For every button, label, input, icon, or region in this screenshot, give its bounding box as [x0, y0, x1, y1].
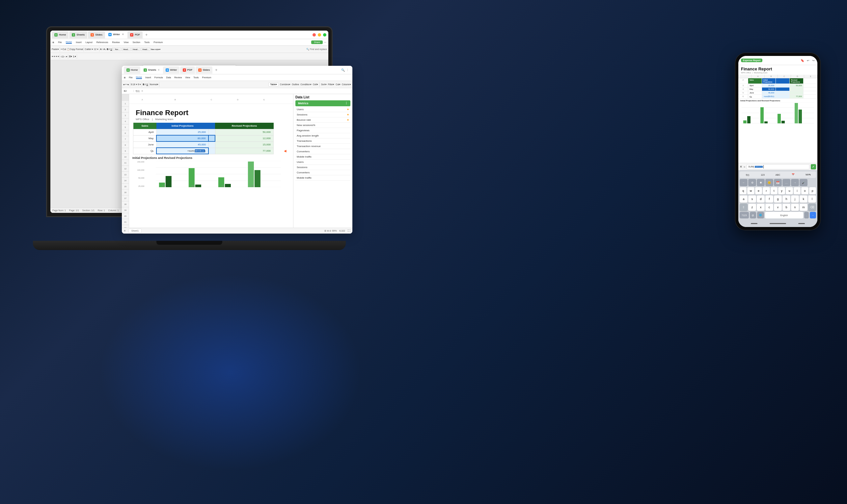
cell-reference[interactable]: B2 — [124, 90, 134, 92]
condition-button[interactable]: Condition▾ — [300, 83, 312, 86]
italic-button[interactable]: I — [109, 48, 110, 50]
sheets-menu-tools[interactable]: Tools — [193, 76, 198, 79]
cell-june-initial[interactable]: 45,000 — [156, 142, 208, 148]
s-bold[interactable]: B — [143, 83, 144, 86]
cell-q2-formula[interactable]: =sum(B9:B11) — [156, 148, 208, 154]
kb-shift[interactable]: ⇧ — [740, 204, 747, 211]
filter-button[interactable]: Filter▾ — [328, 83, 334, 86]
sheets-close[interactable]: ✕ — [158, 69, 160, 71]
menu-file[interactable]: File — [58, 41, 62, 43]
share-button[interactable]: Share — [311, 40, 323, 44]
kb-h[interactable]: h — [782, 195, 790, 203]
fullscreen-icon[interactable]: ⛶ — [348, 229, 350, 232]
shrink-font[interactable]: A↓ — [103, 48, 106, 50]
align-center[interactable]: ≡ — [54, 55, 55, 58]
sort-button[interactable]: Sort▾ — [321, 83, 327, 86]
bullets[interactable]: ☰▾ — [69, 55, 72, 58]
cell-june-revised[interactable]: 15,000 — [215, 142, 273, 148]
metric-mobile-2[interactable]: Mobile traffic — [295, 175, 350, 181]
new-tab-button[interactable]: + — [143, 33, 150, 37]
sheets-tab-home[interactable]: H Home — [124, 67, 140, 74]
tab-pdf[interactable]: P PDF — [127, 31, 143, 38]
metric-sessions[interactable]: Sessions ★ — [295, 112, 350, 118]
column-button[interactable]: Column▾ — [342, 83, 351, 86]
kb-n[interactable]: n — [791, 204, 799, 211]
sheets-menu-formula[interactable]: Formula — [154, 76, 163, 79]
sheet1-tab[interactable]: Sheet1 — [128, 229, 142, 233]
sheets-menu-home[interactable]: Home — [136, 76, 142, 79]
font-selector[interactable]: Calibri — [85, 48, 91, 50]
s-fontsize[interactable]: ▾ 9 ▾ — [136, 83, 141, 86]
metric-converters[interactable]: Converters — [295, 149, 350, 154]
kb-emoji[interactable]: 😊 — [765, 179, 773, 186]
phone-q2-label[interactable]: Q₂ — [748, 95, 762, 98]
indent-dec[interactable]: ◁ — [60, 55, 62, 58]
sheets-tab-pdf[interactable]: P PDF — [180, 67, 195, 74]
kb-at[interactable]: @ — [750, 212, 756, 218]
tab-home[interactable]: H Home — [52, 31, 69, 38]
kb-mic[interactable]: 🎤 — [799, 179, 808, 186]
new-sheet-tab[interactable]: + — [213, 68, 219, 72]
kb-k[interactable]: k — [799, 195, 808, 203]
phone-may-label[interactable]: May — [748, 88, 762, 91]
kb-backspace[interactable]: ⌫ — [808, 204, 816, 211]
kb-q[interactable]: q — [740, 187, 746, 194]
tab-slides[interactable]: S Slides — [88, 31, 105, 38]
style-head2[interactable]: Head... — [132, 48, 140, 51]
numbering[interactable]: 1.▾ — [73, 55, 76, 58]
phone-q2-revised[interactable]: 77,000 — [790, 95, 803, 98]
outline-button[interactable]: Outline — [292, 83, 299, 86]
menu-view[interactable]: View — [124, 41, 129, 43]
s-underline[interactable]: U — [146, 83, 148, 86]
kb-calendar[interactable]: 📅 — [774, 179, 782, 186]
sheets-menu-hamburger[interactable]: ≡ — [124, 76, 125, 79]
sheets-tab-slides[interactable]: S Slides — [196, 67, 212, 74]
formula-input[interactable]: SUM( E9:E11 — [746, 164, 810, 169]
kb-enter[interactable]: → — [810, 212, 816, 218]
zoom-controls[interactable]: ⊞ ⊕ ⊘ 99% — [324, 230, 337, 232]
find-replace-button[interactable]: 🔍 Find and replace — [306, 48, 327, 50]
metric-transactions[interactable]: Transactions — [295, 139, 350, 144]
menu-section[interactable]: Section — [133, 41, 140, 43]
formula-x-button[interactable]: ✕ — [740, 165, 742, 168]
cell-april-revised[interactable]: 50,000 — [215, 129, 273, 136]
kb-p[interactable]: p — [809, 187, 816, 194]
s-redo[interactable]: ↪ — [126, 83, 129, 86]
phone-undo-icon[interactable]: ↩ — [807, 59, 810, 62]
more-options[interactable]: ⋯ — [324, 41, 326, 44]
style-head3[interactable]: Head... — [141, 48, 150, 51]
metric-tx-revenue[interactable]: Transaction revenue — [295, 144, 350, 149]
phone-april-revised[interactable]: 50,000 — [790, 84, 803, 87]
kb-space[interactable]: English — [765, 212, 803, 218]
line-spacing[interactable]: ↕▾ — [65, 55, 67, 58]
sheets-more[interactable]: ⋮ — [345, 68, 350, 72]
kb-i[interactable]: i — [794, 187, 800, 194]
align-left[interactable]: ≡ — [52, 55, 53, 58]
phone-may-revised[interactable] — [790, 88, 803, 91]
copy-icon[interactable]: 📋Copy — [67, 48, 75, 51]
kb-c[interactable]: c — [765, 204, 773, 211]
kb-gear[interactable]: ⚙ — [748, 179, 756, 186]
sheets-menu-insert[interactable]: Insert — [145, 76, 151, 79]
kb-func-fx[interactable]: f(x) — [741, 174, 754, 176]
kb-cursor[interactable]: ✱ — [757, 179, 765, 186]
phone-june-label[interactable]: June — [748, 91, 762, 94]
menu-insert[interactable]: Insert — [76, 41, 82, 43]
kb-func-tab[interactable]: tab↹ — [801, 173, 815, 176]
metric-mobile-traffic[interactable]: Mobile traffic — [295, 154, 350, 160]
menu-layout[interactable]: Layout — [86, 41, 92, 43]
kb-num-switch[interactable]: ?123 — [740, 212, 749, 218]
cell-q2-label[interactable]: Q₂ — [133, 148, 157, 154]
phone-june-revised[interactable] — [790, 91, 803, 94]
kb-j[interactable]: j — [791, 195, 799, 203]
justify[interactable]: ≡ — [58, 55, 59, 58]
cell-april-label[interactable]: April — [133, 129, 157, 136]
font-size[interactable]: ▾ 12 ▾ — [92, 48, 99, 51]
cal-button[interactable]: Cal▾ — [335, 83, 341, 86]
phone-nav-back[interactable] — [751, 223, 757, 224]
sheets-menu-premium[interactable]: Premium — [202, 76, 211, 79]
cell-button[interactable]: Cell▾ — [313, 83, 318, 86]
grow-font[interactable]: A↑ — [100, 48, 103, 50]
metric-pageviews[interactable]: Pageviews — [295, 128, 350, 133]
sheet-add-button[interactable]: + — [124, 229, 126, 233]
